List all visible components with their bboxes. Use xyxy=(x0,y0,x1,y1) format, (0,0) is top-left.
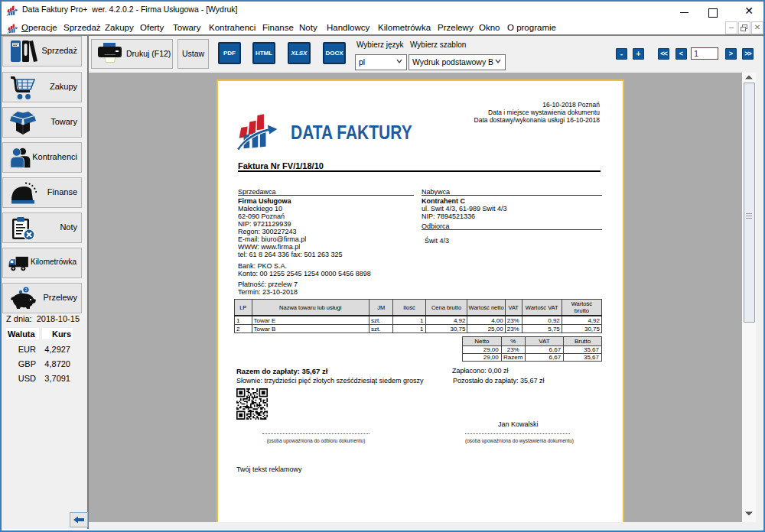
svg-text:2: 2 xyxy=(24,287,27,292)
